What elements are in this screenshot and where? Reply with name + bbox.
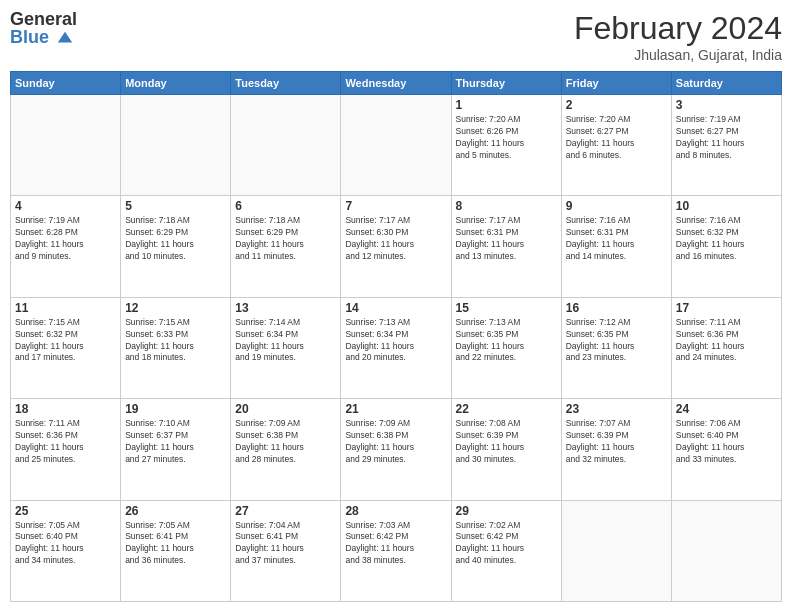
calendar-week-row: 25Sunrise: 7:05 AMSunset: 6:40 PMDayligh… (11, 500, 782, 601)
calendar-cell: 22Sunrise: 7:08 AMSunset: 6:39 PMDayligh… (451, 399, 561, 500)
day-info: Sunrise: 7:07 AMSunset: 6:39 PMDaylight:… (566, 418, 667, 466)
calendar-cell: 15Sunrise: 7:13 AMSunset: 6:35 PMDayligh… (451, 297, 561, 398)
calendar-day-header: Saturday (671, 72, 781, 95)
day-info: Sunrise: 7:12 AMSunset: 6:35 PMDaylight:… (566, 317, 667, 365)
calendar-cell: 27Sunrise: 7:04 AMSunset: 6:41 PMDayligh… (231, 500, 341, 601)
page: General Blue February 2024 Jhulasan, Guj… (0, 0, 792, 612)
day-info: Sunrise: 7:13 AMSunset: 6:34 PMDaylight:… (345, 317, 446, 365)
day-number: 27 (235, 504, 336, 518)
calendar-cell: 6Sunrise: 7:18 AMSunset: 6:29 PMDaylight… (231, 196, 341, 297)
day-number: 21 (345, 402, 446, 416)
day-number: 5 (125, 199, 226, 213)
calendar-cell: 7Sunrise: 7:17 AMSunset: 6:30 PMDaylight… (341, 196, 451, 297)
day-info: Sunrise: 7:04 AMSunset: 6:41 PMDaylight:… (235, 520, 336, 568)
calendar-cell: 25Sunrise: 7:05 AMSunset: 6:40 PMDayligh… (11, 500, 121, 601)
calendar-cell: 14Sunrise: 7:13 AMSunset: 6:34 PMDayligh… (341, 297, 451, 398)
calendar-table: SundayMondayTuesdayWednesdayThursdayFrid… (10, 71, 782, 602)
calendar-day-header: Tuesday (231, 72, 341, 95)
day-number: 26 (125, 504, 226, 518)
calendar-cell: 10Sunrise: 7:16 AMSunset: 6:32 PMDayligh… (671, 196, 781, 297)
day-info: Sunrise: 7:16 AMSunset: 6:32 PMDaylight:… (676, 215, 777, 263)
calendar-cell: 3Sunrise: 7:19 AMSunset: 6:27 PMDaylight… (671, 95, 781, 196)
calendar-cell: 21Sunrise: 7:09 AMSunset: 6:38 PMDayligh… (341, 399, 451, 500)
calendar-cell (231, 95, 341, 196)
calendar-cell: 5Sunrise: 7:18 AMSunset: 6:29 PMDaylight… (121, 196, 231, 297)
calendar-cell: 12Sunrise: 7:15 AMSunset: 6:33 PMDayligh… (121, 297, 231, 398)
day-number: 7 (345, 199, 446, 213)
day-number: 23 (566, 402, 667, 416)
calendar-cell (561, 500, 671, 601)
calendar-day-header: Sunday (11, 72, 121, 95)
day-info: Sunrise: 7:16 AMSunset: 6:31 PMDaylight:… (566, 215, 667, 263)
calendar-cell: 9Sunrise: 7:16 AMSunset: 6:31 PMDaylight… (561, 196, 671, 297)
day-info: Sunrise: 7:14 AMSunset: 6:34 PMDaylight:… (235, 317, 336, 365)
calendar-cell (11, 95, 121, 196)
calendar-day-header: Thursday (451, 72, 561, 95)
day-number: 25 (15, 504, 116, 518)
page-subtitle: Jhulasan, Gujarat, India (574, 47, 782, 63)
calendar-cell: 16Sunrise: 7:12 AMSunset: 6:35 PMDayligh… (561, 297, 671, 398)
day-info: Sunrise: 7:15 AMSunset: 6:33 PMDaylight:… (125, 317, 226, 365)
logo-general: General (10, 10, 77, 28)
calendar-cell: 20Sunrise: 7:09 AMSunset: 6:38 PMDayligh… (231, 399, 341, 500)
day-info: Sunrise: 7:10 AMSunset: 6:37 PMDaylight:… (125, 418, 226, 466)
day-number: 22 (456, 402, 557, 416)
logo: General Blue (10, 10, 77, 47)
day-number: 16 (566, 301, 667, 315)
calendar-week-row: 11Sunrise: 7:15 AMSunset: 6:32 PMDayligh… (11, 297, 782, 398)
calendar-cell: 11Sunrise: 7:15 AMSunset: 6:32 PMDayligh… (11, 297, 121, 398)
calendar-cell: 19Sunrise: 7:10 AMSunset: 6:37 PMDayligh… (121, 399, 231, 500)
calendar-cell: 2Sunrise: 7:20 AMSunset: 6:27 PMDaylight… (561, 95, 671, 196)
day-info: Sunrise: 7:09 AMSunset: 6:38 PMDaylight:… (235, 418, 336, 466)
day-info: Sunrise: 7:17 AMSunset: 6:31 PMDaylight:… (456, 215, 557, 263)
day-info: Sunrise: 7:18 AMSunset: 6:29 PMDaylight:… (235, 215, 336, 263)
day-number: 15 (456, 301, 557, 315)
day-info: Sunrise: 7:02 AMSunset: 6:42 PMDaylight:… (456, 520, 557, 568)
day-number: 20 (235, 402, 336, 416)
day-number: 1 (456, 98, 557, 112)
calendar-cell (341, 95, 451, 196)
day-info: Sunrise: 7:13 AMSunset: 6:35 PMDaylight:… (456, 317, 557, 365)
calendar-week-row: 18Sunrise: 7:11 AMSunset: 6:36 PMDayligh… (11, 399, 782, 500)
day-number: 8 (456, 199, 557, 213)
calendar-day-header: Friday (561, 72, 671, 95)
page-title: February 2024 (574, 10, 782, 47)
day-number: 2 (566, 98, 667, 112)
day-info: Sunrise: 7:17 AMSunset: 6:30 PMDaylight:… (345, 215, 446, 263)
calendar-cell: 26Sunrise: 7:05 AMSunset: 6:41 PMDayligh… (121, 500, 231, 601)
day-info: Sunrise: 7:20 AMSunset: 6:27 PMDaylight:… (566, 114, 667, 162)
calendar-cell: 1Sunrise: 7:20 AMSunset: 6:26 PMDaylight… (451, 95, 561, 196)
day-info: Sunrise: 7:05 AMSunset: 6:41 PMDaylight:… (125, 520, 226, 568)
day-number: 24 (676, 402, 777, 416)
day-number: 14 (345, 301, 446, 315)
day-number: 3 (676, 98, 777, 112)
day-number: 28 (345, 504, 446, 518)
day-number: 9 (566, 199, 667, 213)
calendar-week-row: 1Sunrise: 7:20 AMSunset: 6:26 PMDaylight… (11, 95, 782, 196)
day-info: Sunrise: 7:09 AMSunset: 6:38 PMDaylight:… (345, 418, 446, 466)
title-block: February 2024 Jhulasan, Gujarat, India (574, 10, 782, 63)
calendar-cell: 29Sunrise: 7:02 AMSunset: 6:42 PMDayligh… (451, 500, 561, 601)
calendar-cell: 13Sunrise: 7:14 AMSunset: 6:34 PMDayligh… (231, 297, 341, 398)
calendar-cell (671, 500, 781, 601)
header: General Blue February 2024 Jhulasan, Guj… (10, 10, 782, 63)
day-number: 19 (125, 402, 226, 416)
calendar-cell (121, 95, 231, 196)
logo-blue: Blue (10, 28, 77, 47)
day-info: Sunrise: 7:06 AMSunset: 6:40 PMDaylight:… (676, 418, 777, 466)
logo-text: General Blue (10, 10, 77, 47)
logo-icon (56, 29, 74, 47)
day-info: Sunrise: 7:11 AMSunset: 6:36 PMDaylight:… (676, 317, 777, 365)
day-number: 13 (235, 301, 336, 315)
day-info: Sunrise: 7:18 AMSunset: 6:29 PMDaylight:… (125, 215, 226, 263)
day-info: Sunrise: 7:03 AMSunset: 6:42 PMDaylight:… (345, 520, 446, 568)
calendar-cell: 18Sunrise: 7:11 AMSunset: 6:36 PMDayligh… (11, 399, 121, 500)
svg-marker-0 (58, 32, 72, 43)
day-info: Sunrise: 7:15 AMSunset: 6:32 PMDaylight:… (15, 317, 116, 365)
day-number: 17 (676, 301, 777, 315)
calendar-header-row: SundayMondayTuesdayWednesdayThursdayFrid… (11, 72, 782, 95)
day-number: 4 (15, 199, 116, 213)
day-info: Sunrise: 7:20 AMSunset: 6:26 PMDaylight:… (456, 114, 557, 162)
calendar-cell: 4Sunrise: 7:19 AMSunset: 6:28 PMDaylight… (11, 196, 121, 297)
day-info: Sunrise: 7:05 AMSunset: 6:40 PMDaylight:… (15, 520, 116, 568)
